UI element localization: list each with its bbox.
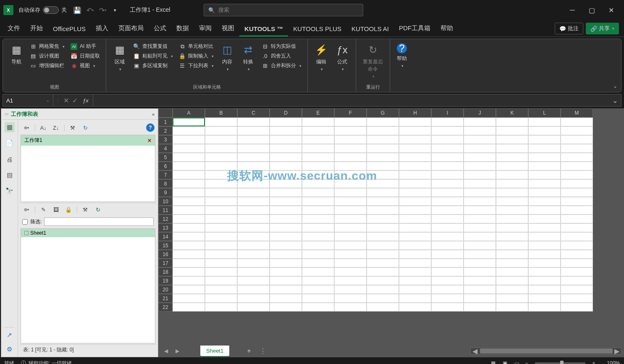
cell[interactable] xyxy=(496,126,528,135)
cell[interactable] xyxy=(399,188,431,197)
wb-filter-button[interactable]: ≡▾ xyxy=(21,123,31,132)
cell[interactable] xyxy=(431,188,464,197)
cell[interactable] xyxy=(399,118,431,126)
cell[interactable] xyxy=(561,267,593,276)
tab-kutools-plus[interactable]: KUTOOLS PLUS xyxy=(288,22,346,37)
zoom-slider[interactable] xyxy=(535,362,585,364)
cell[interactable] xyxy=(173,170,205,179)
cell[interactable] xyxy=(173,206,205,215)
cell[interactable] xyxy=(367,135,399,144)
cell[interactable] xyxy=(464,215,496,223)
cell[interactable] xyxy=(399,267,431,276)
cell[interactable] xyxy=(496,250,528,259)
cell[interactable] xyxy=(237,267,270,276)
row-header[interactable]: 22 xyxy=(158,303,173,312)
row-header[interactable]: 18 xyxy=(158,267,173,276)
row-header[interactable]: 15 xyxy=(158,241,173,250)
column-header[interactable]: B xyxy=(205,108,237,118)
cell[interactable] xyxy=(528,303,561,312)
row-header[interactable]: 4 xyxy=(158,144,173,153)
cell[interactable] xyxy=(496,162,528,170)
cell[interactable] xyxy=(399,197,431,206)
cell[interactable] xyxy=(528,179,561,188)
cell[interactable] xyxy=(464,135,496,144)
column-header[interactable]: E xyxy=(302,108,334,118)
cell[interactable] xyxy=(464,285,496,294)
tab-formula[interactable]: 公式 xyxy=(149,21,171,37)
cell[interactable] xyxy=(496,232,528,241)
sheet-tabs-menu[interactable]: ⋮ xyxy=(256,347,270,355)
row-header[interactable]: 6 xyxy=(158,162,173,170)
undo-icon[interactable]: ↶▾ xyxy=(84,5,95,16)
column-header[interactable]: D xyxy=(270,108,302,118)
column-header[interactable]: M xyxy=(561,108,593,118)
cell[interactable] xyxy=(561,285,593,294)
cell[interactable] xyxy=(431,223,464,232)
cell[interactable] xyxy=(173,162,205,170)
rail-find-icon[interactable]: 🔭 xyxy=(5,186,15,196)
cell[interactable] xyxy=(399,276,431,285)
cell[interactable] xyxy=(173,250,205,259)
cell[interactable] xyxy=(237,259,270,267)
cell[interactable] xyxy=(464,294,496,303)
cell[interactable] xyxy=(205,162,237,170)
cell[interactable] xyxy=(173,188,205,197)
toggle-switch[interactable] xyxy=(43,6,59,14)
cell[interactable] xyxy=(464,144,496,153)
row-header[interactable]: 5 xyxy=(158,153,173,162)
cell[interactable] xyxy=(205,118,237,126)
cell[interactable] xyxy=(561,223,593,232)
cell[interactable] xyxy=(399,170,431,179)
cell[interactable] xyxy=(464,170,496,179)
cell[interactable] xyxy=(528,126,561,135)
cell[interactable] xyxy=(367,197,399,206)
tab-insert[interactable]: 插入 xyxy=(91,21,113,37)
cell[interactable] xyxy=(205,197,237,206)
cell[interactable] xyxy=(205,294,237,303)
cell[interactable] xyxy=(367,285,399,294)
column-header[interactable]: F xyxy=(334,108,367,118)
cell[interactable] xyxy=(302,144,334,153)
view-pagebreak-button[interactable]: ▭ xyxy=(511,359,522,364)
cell[interactable] xyxy=(237,170,270,179)
tab-officeplus[interactable]: OfficePLUS xyxy=(48,22,91,37)
cell[interactable] xyxy=(431,170,464,179)
cell[interactable] xyxy=(464,162,496,170)
close-button[interactable]: ✕ xyxy=(601,3,621,17)
cell[interactable] xyxy=(173,285,205,294)
cell[interactable] xyxy=(205,144,237,153)
cell[interactable] xyxy=(367,294,399,303)
cell[interactable] xyxy=(205,215,237,223)
rail-autotext-icon[interactable]: 📄 xyxy=(5,138,15,148)
cell[interactable] xyxy=(334,188,367,197)
cell[interactable] xyxy=(561,144,593,153)
filter-checkbox[interactable] xyxy=(22,219,28,225)
cell[interactable] xyxy=(399,232,431,241)
sheet-tab-sheet1[interactable]: Sheet1 xyxy=(200,346,229,357)
cell[interactable] xyxy=(302,197,334,206)
cell[interactable] xyxy=(528,267,561,276)
cell[interactable] xyxy=(399,250,431,259)
cell[interactable] xyxy=(270,250,302,259)
cell[interactable] xyxy=(334,285,367,294)
cell[interactable] xyxy=(561,197,593,206)
cell[interactable] xyxy=(173,241,205,250)
cell[interactable] xyxy=(302,276,334,285)
column-header[interactable]: K xyxy=(496,108,528,118)
cell[interactable] xyxy=(431,241,464,250)
cell[interactable] xyxy=(270,179,302,188)
cell[interactable] xyxy=(334,126,367,135)
rail-print-icon[interactable]: 🖨 xyxy=(5,154,15,164)
cell[interactable] xyxy=(528,294,561,303)
fx-label-icon[interactable]: ƒx xyxy=(81,97,90,104)
cell[interactable] xyxy=(302,241,334,250)
cell[interactable] xyxy=(561,241,593,250)
cell[interactable] xyxy=(367,267,399,276)
cell[interactable] xyxy=(237,303,270,312)
cell[interactable] xyxy=(367,223,399,232)
cell[interactable] xyxy=(561,294,593,303)
row-header[interactable]: 16 xyxy=(158,250,173,259)
row-header[interactable]: 10 xyxy=(158,197,173,206)
row-header[interactable]: 14 xyxy=(158,232,173,241)
row-header[interactable]: 3 xyxy=(158,135,173,144)
